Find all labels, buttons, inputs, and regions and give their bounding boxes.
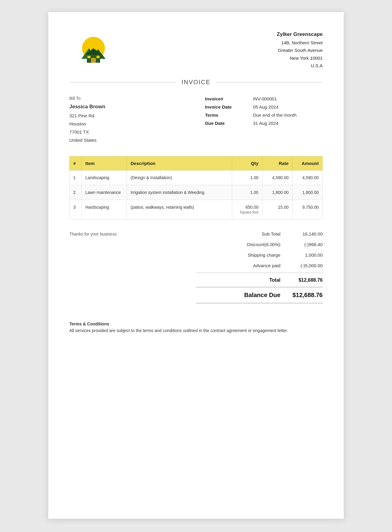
invoice-number-label: Invoice# xyxy=(202,95,250,103)
table-row: 2 Lawn maintenance Irrigation system ins… xyxy=(70,185,323,200)
subtotal-value: 16,140.00 xyxy=(292,231,323,236)
shipping-row: Shipping charge 1,000.00 xyxy=(196,250,323,260)
bill-address4: United States xyxy=(69,136,105,144)
divider-left xyxy=(69,82,175,82)
row-qty: 1.00 xyxy=(232,185,262,200)
qty-line2: Square foot xyxy=(240,210,258,214)
total-value: $12,688.76 xyxy=(292,277,323,283)
row-qty: 650.00Square foot xyxy=(232,200,262,219)
shipping-label: Shipping charge xyxy=(196,252,292,258)
bill-address3: 77001 TX xyxy=(69,128,105,136)
invoice-date-label: Invoice Date xyxy=(202,103,250,111)
col-amount-header: Amount xyxy=(292,156,323,170)
terms-text: All services provided are subject to the… xyxy=(69,328,323,333)
row-item: Lawn maintenance xyxy=(82,185,127,200)
invoice-date-row: Invoice Date 05 Aug 2024 xyxy=(202,103,323,111)
bill-to-section: Bill To Jessica Brown 321 Pine Rd Housto… xyxy=(69,95,105,144)
thanks-text: Thanks for your business. xyxy=(69,229,118,236)
terms-title: Terms & Conditions xyxy=(69,321,323,326)
invoice-due-date-row: Due Date 31 Aug 2024 xyxy=(202,119,323,127)
svg-rect-6 xyxy=(87,56,90,58)
row-amount: 1,800.00 xyxy=(292,185,323,200)
bill-to-label: Bill To xyxy=(69,95,105,102)
company-logo xyxy=(72,32,115,68)
invoice-number-value: INV-000001 xyxy=(250,95,323,103)
row-item: Landscaping xyxy=(82,170,127,185)
row-qty: 1.00 xyxy=(232,170,262,185)
row-item: Hardscaping xyxy=(82,200,127,219)
subtotal-label: Sub Total xyxy=(196,231,292,236)
company-info: Zylker Greenscape 14B, Northern Street G… xyxy=(277,30,323,70)
totals-divider xyxy=(196,273,323,273)
invoice-title-row: INVOICE xyxy=(69,79,323,86)
qty-val: 1.00 xyxy=(250,175,258,180)
invoice-number-row: Invoice# INV-000001 xyxy=(202,95,323,103)
balance-due-value: $12,688.76 xyxy=(292,292,323,299)
col-num-header: # xyxy=(70,156,82,170)
balance-due-label: Balance Due xyxy=(196,292,292,299)
row-desc: Irrigation system installation & Weeding xyxy=(127,185,232,200)
shipping-value: 1,000.00 xyxy=(292,252,323,258)
invoice-due-date-value: 31 Aug 2024 xyxy=(250,119,323,127)
advance-value: (-)5,000.00 xyxy=(292,263,323,268)
row-amount: 4,590.00 xyxy=(292,170,323,185)
invoice-due-date-label: Due Date xyxy=(202,119,250,127)
invoice-terms-label: Terms xyxy=(202,111,250,119)
advance-label: Advance paid xyxy=(196,263,292,268)
discount-value: (-)968.40 xyxy=(292,242,323,247)
invoice-title: INVOICE xyxy=(175,79,217,86)
qty-line1: 650.00 xyxy=(245,205,258,210)
col-rate-header: Rate xyxy=(262,156,292,170)
svg-rect-5 xyxy=(91,58,96,63)
row-desc: (patios, walkways, retaining walls) xyxy=(127,200,232,219)
row-num: 2 xyxy=(70,185,82,200)
bill-address1: 321 Pine Rd xyxy=(69,112,105,120)
advance-row: Advance paid (-)5,000.00 xyxy=(196,260,323,271)
bill-address2: Houston xyxy=(69,120,105,128)
invoice-page: Zylker Greenscape 14B, Northern Street G… xyxy=(48,12,344,519)
footer-section: Thanks for your business. Sub Total 16,1… xyxy=(69,229,323,303)
total-row: Total $12,688.76 xyxy=(196,275,323,286)
row-num: 3 xyxy=(70,200,82,219)
totals-section: Sub Total 16,140.00 Discount(6.00%) (-)9… xyxy=(196,229,323,303)
company-name: Zylker Greenscape xyxy=(277,30,323,39)
table-row: 3 Hardscaping (patios, walkways, retaini… xyxy=(70,200,323,219)
discount-label: Discount(6.00%) xyxy=(196,242,292,247)
svg-rect-7 xyxy=(96,56,100,58)
invoice-date-value: 05 Aug 2024 xyxy=(250,103,323,111)
terms-section: Terms & Conditions All services provided… xyxy=(69,321,323,333)
company-address2: Greater South Avenue xyxy=(277,46,323,54)
row-desc: (Design & Installation) xyxy=(127,170,232,185)
row-rate: 1,800.00 xyxy=(262,185,292,200)
invoice-terms-row: Terms Due end of the month xyxy=(202,111,323,119)
col-qty-header: Qty xyxy=(232,156,262,170)
subtotal-row: Sub Total 16,140.00 xyxy=(196,229,323,239)
table-header-row: # Item Description Qty Rate Amount xyxy=(70,156,323,170)
invoice-details-section: Invoice# INV-000001 Invoice Date 05 Aug … xyxy=(202,95,323,144)
discount-row: Discount(6.00%) (-)968.40 xyxy=(196,239,323,250)
row-amount: 9,750.00 xyxy=(292,200,323,219)
customer-name: Jessica Brown xyxy=(69,102,105,112)
header: Zylker Greenscape 14B, Northern Street G… xyxy=(69,30,323,70)
total-label: Total xyxy=(196,277,292,283)
qty-val: 1.00 xyxy=(250,190,258,195)
items-table: # Item Description Qty Rate Amount 1 Lan… xyxy=(69,156,323,220)
row-rate: 15.00 xyxy=(262,200,292,219)
invoice-terms-value: Due end of the month xyxy=(250,111,323,119)
table-row: 1 Landscaping (Design & Installation) 1.… xyxy=(70,170,323,185)
row-num: 1 xyxy=(70,170,82,185)
company-address3: New York 10001 xyxy=(277,54,323,62)
invoice-details-table: Invoice# INV-000001 Invoice Date 05 Aug … xyxy=(202,95,323,127)
company-address4: U.S.A xyxy=(277,62,323,70)
bill-details-row: Bill To Jessica Brown 321 Pine Rd Housto… xyxy=(69,95,323,144)
balance-due-row: Balance Due $12,688.76 xyxy=(196,287,323,303)
row-rate: 4,590.00 xyxy=(262,170,292,185)
logo-area xyxy=(69,30,118,69)
col-desc-header: Description xyxy=(127,156,232,170)
company-address1: 14B, Northern Street xyxy=(277,39,323,47)
divider-right xyxy=(217,82,323,82)
col-item-header: Item xyxy=(82,156,127,170)
